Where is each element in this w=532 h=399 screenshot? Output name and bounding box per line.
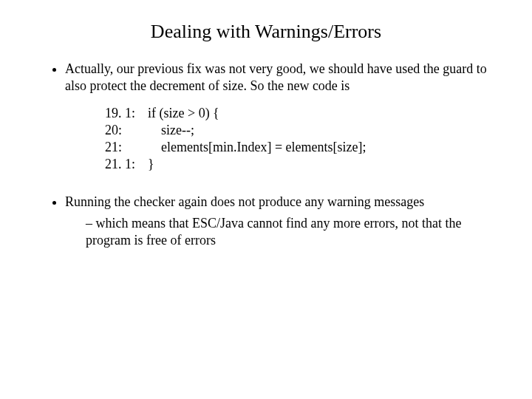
bullet-1: Actually, our previous fix was not very … [65, 61, 495, 95]
sub-bullet-1: which means that ESC/Java cannot find an… [86, 215, 495, 249]
code-line-1-num: 19. 1: [105, 105, 148, 122]
code-line-4-txt: } [148, 156, 154, 173]
code-line-2: 20: size--; [105, 122, 495, 139]
sub-bullet-1-text: which means that ESC/Java cannot find an… [86, 216, 461, 248]
slide-title: Dealing with Warnings/Errors [37, 21, 495, 43]
bullet-2: Running the checker again does not produ… [65, 194, 495, 249]
bullet-1-text: Actually, our previous fix was not very … [65, 61, 487, 93]
code-line-4: 21. 1: } [105, 156, 495, 173]
code-line-2-txt: size--; [148, 122, 194, 139]
code-block: 19. 1: if (size > 0) { 20: size--; 21: e… [105, 105, 495, 173]
slide: Dealing with Warnings/Errors Actually, o… [0, 0, 532, 399]
code-line-1-txt: if (size > 0) { [148, 105, 219, 122]
sub-bullet-list: which means that ESC/Java cannot find an… [65, 215, 495, 249]
code-line-2-num: 20: [105, 122, 148, 139]
code-line-1: 19. 1: if (size > 0) { [105, 105, 495, 122]
code-line-4-num: 21. 1: [105, 156, 148, 173]
code-line-3-txt: elements[min.Index] = elements[size]; [148, 139, 366, 156]
bullet-list: Actually, our previous fix was not very … [37, 61, 495, 95]
code-line-3-num: 21: [105, 139, 148, 156]
bullet-2-text: Running the checker again does not produ… [65, 194, 424, 209]
bullet-list-2: Running the checker again does not produ… [37, 194, 495, 249]
code-line-3: 21: elements[min.Index] = elements[size]… [105, 139, 495, 156]
